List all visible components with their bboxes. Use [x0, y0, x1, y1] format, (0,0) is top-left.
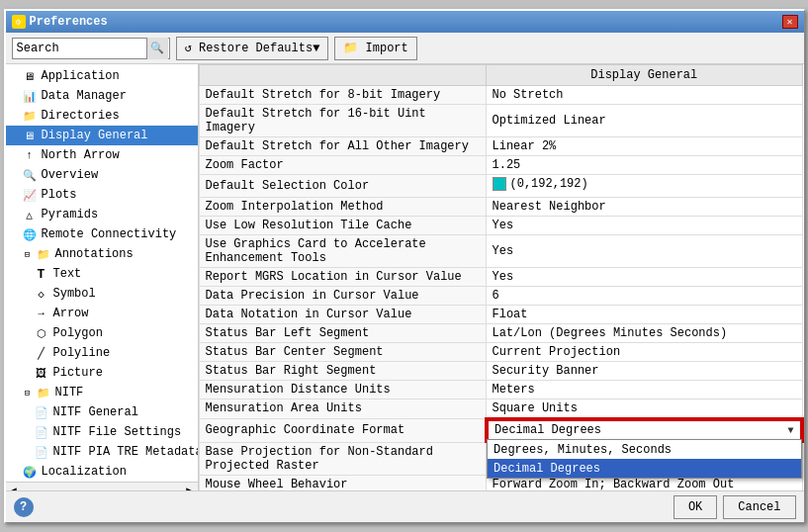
table-row: Default Stretch for 16-bit Uint Imagery … — [199, 105, 803, 137]
nitf-icon: 📁 — [36, 385, 51, 400]
expand-nitf-icon: ⊟ — [22, 387, 34, 399]
import-button[interactable]: 📁 Import — [334, 37, 416, 60]
search-box: 🔍 — [12, 38, 170, 59]
table-row: Zoom Factor 1.25 — [199, 156, 803, 175]
scroll-left-icon[interactable]: ◀ — [10, 484, 17, 490]
sidebar-item-nitf-file-settings[interactable]: 📄 NITF File Settings — [6, 422, 198, 442]
scroll-right-icon[interactable]: ▶ — [186, 484, 193, 490]
property-value[interactable]: 6 — [486, 287, 803, 306]
property-label: Status Bar Center Segment — [199, 343, 486, 362]
dropdown-arrow-icon: ▼ — [787, 425, 793, 436]
sidebar-item-north-arrow[interactable]: ↑ North Arrow — [6, 145, 198, 165]
window-title: Preferences — [30, 15, 108, 29]
sidebar-item-application[interactable]: 🖥 Application — [6, 66, 198, 86]
sidebar-item-label: Arrow — [53, 307, 89, 320]
property-value[interactable]: Yes — [486, 268, 803, 287]
property-value[interactable]: Meters — [486, 381, 803, 399]
property-label: Default Stretch for All Other Imagery — [199, 137, 486, 156]
color-value: (0,192,192) — [510, 177, 588, 191]
property-value[interactable]: (0,192,192) — [486, 175, 803, 198]
property-value[interactable]: No Stretch — [486, 86, 803, 105]
sidebar-item-label: Data Manager — [42, 89, 127, 103]
sidebar-item-label: Picture — [53, 366, 103, 380]
data-manager-icon: 📊 — [22, 88, 38, 104]
sidebar-item-display-general[interactable]: 🖥 Display General — [6, 126, 198, 145]
property-value[interactable]: Current Projection — [486, 343, 803, 362]
sidebar-item-polyline[interactable]: ╱ Polyline — [6, 343, 198, 363]
sidebar-item-nitf[interactable]: ⊟ 📁 NITF — [6, 383, 198, 402]
property-label: Data Precision in Cursor Value — [199, 287, 486, 306]
property-value[interactable]: Nearest Neighbor — [486, 198, 803, 217]
sidebar-item-nitf-pia-tre[interactable]: 📄 NITF PIA TRE Metadata — [6, 442, 198, 462]
search-button[interactable]: 🔍 — [146, 38, 168, 59]
property-value[interactable]: Square Units — [486, 399, 803, 419]
arrow-icon: → — [34, 306, 49, 321]
table-row: Default Stretch for All Other Imagery Li… — [199, 137, 803, 156]
property-value[interactable]: Yes — [486, 235, 803, 268]
property-value[interactable]: Linear 2% — [486, 137, 803, 156]
sidebar-item-label: NITF PIA TRE Metadata — [53, 445, 199, 459]
sidebar-item-label: NITF File Settings — [53, 425, 182, 439]
window-icon: ⚙ — [12, 15, 26, 29]
sidebar-item-directories[interactable]: 📁 Directories — [6, 106, 198, 126]
dropdown-option-decimal[interactable]: Decimal Degrees — [488, 459, 801, 478]
dropdown-option-dms[interactable]: Degrees, Minutes, Seconds — [488, 440, 801, 459]
table-row: Mensuration Area Units Square Units — [199, 399, 803, 419]
north-arrow-icon: ↑ — [22, 147, 38, 163]
dropdown-overlay: Degrees, Minutes, Seconds Decimal Degree… — [487, 439, 802, 479]
value-column-header: Display General — [486, 65, 803, 86]
search-input[interactable] — [13, 42, 146, 55]
sidebar-item-nitf-general[interactable]: 📄 NITF General — [6, 402, 198, 422]
overview-icon: 🔍 — [22, 167, 38, 183]
content-area: 🖥 Application 📊 Data Manager 📁 Directori… — [6, 64, 804, 490]
polygon-icon: ⬡ — [34, 325, 49, 341]
sidebar-item-arrow[interactable]: → Arrow — [6, 304, 198, 323]
sidebar-item-label: Symbol — [53, 287, 96, 301]
restore-defaults-button[interactable]: ↺ Restore Defaults▼ — [176, 37, 329, 60]
sidebar-item-data-manager[interactable]: 📊 Data Manager — [6, 86, 198, 106]
help-button[interactable]: ? — [14, 497, 34, 517]
table-row: Default Stretch for 8-bit Imagery No Str… — [199, 86, 803, 105]
table-row: Mensuration Distance Units Meters — [199, 381, 803, 399]
sidebar-item-label: Text — [53, 267, 82, 281]
sidebar-item-localization[interactable]: 🌍 Localization — [6, 462, 198, 482]
close-button[interactable]: ✕ — [782, 15, 798, 29]
property-label: Zoom Factor — [199, 156, 486, 175]
property-value-dropdown[interactable]: Decimal Degrees ▼ Degrees, Minutes, Seco… — [486, 418, 803, 442]
property-value[interactable]: Yes — [486, 217, 803, 235]
sidebar-item-label: Remote Connectivity — [42, 227, 177, 241]
sidebar-item-label: Localization — [42, 465, 127, 479]
table-row: Status Bar Left Segment Lat/Lon (Degrees… — [199, 324, 803, 343]
application-icon: 🖥 — [22, 68, 38, 84]
footer: ? OK Cancel — [6, 490, 804, 522]
sidebar-item-symbol[interactable]: ◇ Symbol — [6, 284, 198, 304]
table-row: Status Bar Right Segment Security Banner — [199, 362, 803, 381]
property-label: Mensuration Area Units — [199, 399, 486, 419]
sidebar-item-remote-connectivity[interactable]: 🌐 Remote Connectivity — [6, 224, 198, 244]
sidebar-item-overview[interactable]: 🔍 Overview — [6, 165, 198, 185]
sidebar-item-label: Pyramids — [42, 208, 99, 222]
sidebar-item-label: Annotations — [55, 247, 134, 261]
sidebar-item-annotations[interactable]: ⊟ 📁 Annotations — [6, 244, 198, 264]
property-value[interactable]: Lat/Lon (Degrees Minutes Seconds) — [486, 324, 803, 343]
cancel-button[interactable]: Cancel — [723, 495, 795, 519]
property-label: Report MGRS Location in Cursor Value — [199, 268, 486, 287]
sidebar-item-text[interactable]: T Text — [6, 264, 198, 284]
dropdown-cell[interactable]: Decimal Degrees ▼ — [487, 419, 802, 441]
sidebar-item-pyramids[interactable]: △ Pyramids — [6, 205, 198, 224]
sidebar-item-plots[interactable]: 📈 Plots — [6, 185, 198, 205]
property-value[interactable]: Float — [486, 306, 803, 324]
property-value[interactable]: Security Banner — [486, 362, 803, 381]
sidebar-item-label: Overview — [42, 168, 99, 182]
property-value[interactable]: Optimized Linear — [486, 105, 803, 137]
ok-button[interactable]: OK — [673, 495, 717, 519]
sidebar-item-label: Directories — [42, 109, 120, 123]
sidebar-item-label: Polyline — [53, 346, 111, 360]
property-label: Geographic Coordinate Format — [199, 418, 486, 442]
property-label: Use Graphics Card to Accelerate Enhancem… — [199, 235, 486, 268]
sidebar-item-polygon[interactable]: ⬡ Polygon — [6, 323, 198, 343]
table-row: Default Selection Color (0,192,192) — [199, 175, 803, 198]
sidebar-item-picture[interactable]: 🖼 Picture — [6, 363, 198, 383]
table-row: Zoom Interpolation Method Nearest Neighb… — [199, 198, 803, 217]
property-value[interactable]: 1.25 — [486, 156, 803, 175]
